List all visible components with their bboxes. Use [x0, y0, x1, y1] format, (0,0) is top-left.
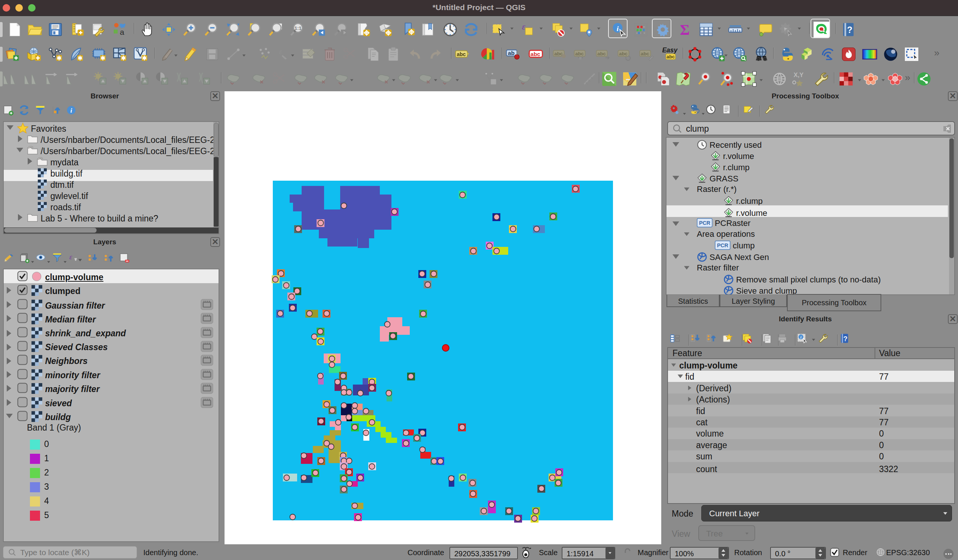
svg-text:ε: ε: [522, 22, 526, 32]
svg-text:abc: abc: [554, 51, 563, 57]
svg-text:PCR: PCR: [717, 242, 729, 248]
svg-text:abc: abc: [531, 51, 540, 57]
svg-text:?: ?: [847, 25, 852, 35]
svg-text:abc: abc: [575, 51, 584, 57]
svg-text:i: i: [617, 24, 619, 33]
svg-text:X,Y: X,Y: [794, 71, 803, 78]
svg-text:Σ: Σ: [680, 22, 690, 37]
svg-text:a: a: [120, 28, 124, 36]
svg-text:i: i: [70, 107, 72, 114]
svg-text:?: ?: [844, 335, 848, 343]
svg-text:abc: abc: [457, 51, 466, 57]
svg-text:abc: abc: [619, 51, 628, 57]
svg-text:ε: ε: [279, 47, 282, 56]
svg-text:abc: abc: [641, 51, 650, 57]
svg-text:ab: ab: [508, 50, 515, 56]
svg-text:1:1: 1:1: [295, 25, 301, 31]
svg-text:ε: ε: [69, 253, 72, 261]
svg-text:abc: abc: [597, 51, 606, 57]
svg-text:Easy: Easy: [662, 46, 678, 54]
svg-text:i: i: [801, 335, 802, 339]
svg-text:abc: abc: [666, 54, 675, 60]
svg-text:PCR: PCR: [699, 220, 711, 226]
